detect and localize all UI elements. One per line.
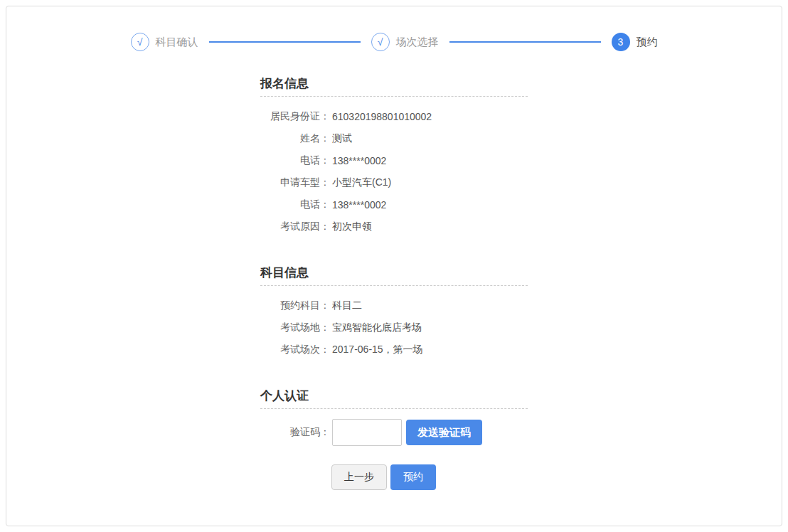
field-value: 初次申领 xyxy=(332,220,372,233)
step-3-label: 预约 xyxy=(637,36,658,49)
field-label: 考试原因： xyxy=(260,220,330,233)
field-label: 预约科目： xyxy=(260,299,330,312)
field-label: 姓名： xyxy=(260,132,330,145)
step-3-number-badge: 3 xyxy=(612,33,630,51)
verification-code-row: 验证码： 发送验证码 xyxy=(260,419,528,446)
info-row: 预约科目： 科目二 xyxy=(260,294,528,316)
section-registration-info: 报名信息 居民身份证： 610320198801010002 姓名： 测试 电话… xyxy=(260,77,528,238)
book-appointment-button[interactable]: 预约 xyxy=(390,464,436,490)
field-value: 宝鸡智能化底店考场 xyxy=(332,321,422,334)
info-row: 申请车型： 小型汽车(C1) xyxy=(260,171,528,193)
step-connector-line xyxy=(449,41,601,43)
registration-rows: 居民身份证： 610320198801010002 姓名： 测试 电话： 138… xyxy=(260,97,528,238)
info-row: 考试场地： 宝鸡智能化底店考场 xyxy=(260,316,528,339)
section-subject-info: 科目信息 预约科目： 科目二 考试场地： 宝鸡智能化底店考场 考试场次： 201… xyxy=(260,266,528,361)
verification-code-input[interactable] xyxy=(332,419,402,446)
footer-buttons: 上一步 预约 xyxy=(331,464,528,490)
step-1-check-icon: √ xyxy=(131,33,149,51)
info-row: 考试场次： 2017-06-15，第一场 xyxy=(260,339,528,361)
step-connector-line xyxy=(209,41,361,43)
section-personal-verification: 个人认证 验证码： 发送验证码 xyxy=(260,389,528,446)
section-title: 科目信息 xyxy=(260,266,528,286)
info-row: 考试原因： 初次申领 xyxy=(260,216,528,238)
subject-rows: 预约科目： 科目二 考试场地： 宝鸡智能化底店考场 考试场次： 2017-06-… xyxy=(260,286,528,361)
previous-step-button[interactable]: 上一步 xyxy=(331,464,387,490)
send-code-button[interactable]: 发送验证码 xyxy=(406,420,482,445)
section-title: 报名信息 xyxy=(260,77,528,97)
field-value: 2017-06-15，第一场 xyxy=(332,344,423,356)
verification-code-label: 验证码： xyxy=(260,426,330,439)
field-value: 138****0002 xyxy=(332,155,386,166)
info-row: 姓名： 测试 xyxy=(260,127,528,149)
section-title: 个人认证 xyxy=(260,389,528,409)
field-label: 居民身份证： xyxy=(260,110,330,123)
check-icon: √ xyxy=(137,36,143,48)
booking-wizard-page: √ 科目确认 √ 场次选择 3 预约 报名信息 居民身份证： 610320198… xyxy=(6,6,782,526)
step-2-label: 场次选择 xyxy=(396,36,439,49)
step-number: 3 xyxy=(618,36,624,48)
field-label: 电话： xyxy=(260,154,330,167)
field-value: 610320198801010002 xyxy=(332,111,432,122)
step-2-check-icon: √ xyxy=(371,33,390,51)
info-row: 居民身份证： 610320198801010002 xyxy=(260,105,528,127)
field-value: 测试 xyxy=(332,132,352,145)
field-label: 申请车型： xyxy=(260,176,330,189)
field-label: 考试场次： xyxy=(260,344,330,356)
info-row: 电话： 138****0002 xyxy=(260,149,528,171)
field-label: 考试场地： xyxy=(260,321,330,334)
check-icon: √ xyxy=(378,36,383,48)
field-value: 138****0002 xyxy=(332,199,386,211)
field-value: 小型汽车(C1) xyxy=(332,176,391,189)
content-column: 报名信息 居民身份证： 610320198801010002 姓名： 测试 电话… xyxy=(260,77,528,490)
info-row: 电话： 138****0002 xyxy=(260,193,528,216)
step-1-label: 科目确认 xyxy=(156,36,198,49)
field-value: 科目二 xyxy=(332,299,362,312)
field-label: 电话： xyxy=(260,198,330,211)
progress-stepper: √ 科目确认 √ 场次选择 3 预约 xyxy=(6,6,782,51)
